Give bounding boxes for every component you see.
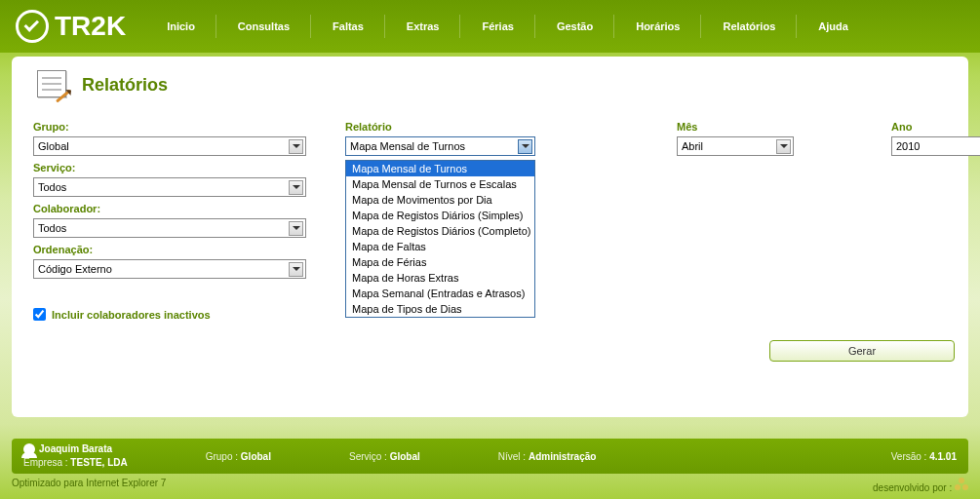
nav-faltas[interactable]: Faltas	[311, 0, 385, 53]
ordenacao-select[interactable]: Código Externo	[33, 259, 306, 279]
main-nav: Inicio Consultas Faltas Extras Férias Ge…	[145, 0, 980, 53]
grupo-label: Grupo:	[33, 121, 306, 133]
relatorio-option[interactable]: Mapa Mensal de Turnos e Escalas	[346, 176, 534, 192]
inactivos-checkbox[interactable]: Incluir colaboradores inactivos	[33, 308, 306, 321]
nav-ferias[interactable]: Férias	[460, 0, 534, 53]
grupo-select[interactable]: Global	[33, 136, 306, 156]
relatorio-select[interactable]: Mapa Mensal de Turnos	[345, 136, 535, 156]
ano-label: Ano	[891, 121, 980, 133]
report-icon	[33, 68, 72, 101]
mes-label: Mês	[677, 121, 852, 133]
user-icon	[23, 443, 35, 455]
chevron-down-icon	[289, 262, 303, 277]
footer: Optimizado para Internet Explorer 7 dese…	[12, 478, 968, 493]
nav-inicio[interactable]: Inicio	[145, 0, 216, 53]
status-user: Joaquim Barata	[39, 443, 112, 454]
relatorio-option[interactable]: Mapa de Faltas	[346, 239, 534, 254]
relatorio-option[interactable]: Mapa Mensal de Turnos	[346, 161, 534, 176]
gerar-button[interactable]: Gerar	[769, 340, 955, 362]
chevron-down-icon	[289, 180, 303, 195]
page-title: Relatórios	[33, 68, 947, 101]
nav-ajuda[interactable]: Ajuda	[797, 0, 870, 53]
relatorio-option[interactable]: Mapa de Tipos de Dias	[346, 301, 534, 317]
brand-logo: TR2K	[0, 10, 145, 43]
chevron-down-icon	[289, 221, 303, 236]
nav-gestao[interactable]: Gestão	[535, 0, 614, 53]
relatorio-option[interactable]: Mapa de Férias	[346, 254, 534, 270]
chevron-down-icon	[289, 139, 303, 154]
relatorio-option[interactable]: Mapa de Horas Extras	[346, 270, 534, 286]
relatorio-option[interactable]: Mapa de Movimentos por Dia	[346, 192, 534, 208]
footer-right: desenvolvido por :	[873, 478, 968, 493]
colaborador-label: Colaborador:	[33, 203, 306, 214]
mes-select[interactable]: Abril	[677, 136, 794, 156]
relatorio-dropdown[interactable]: Mapa Mensal de Turnos Mapa Mensal de Tur…	[345, 160, 535, 318]
ano-select[interactable]: 2010	[891, 136, 980, 156]
main-panel: Relatórios Grupo: Global Serviço: Todos …	[12, 57, 968, 417]
status-bar: Joaquim Barata Empresa : TESTE, LDA Grup…	[12, 439, 968, 474]
colaborador-select[interactable]: Todos	[33, 218, 306, 238]
relatorio-label: Relatório	[345, 121, 638, 133]
nav-horarios[interactable]: Horários	[614, 0, 701, 53]
ordenacao-label: Ordenação:	[33, 244, 306, 255]
servico-select[interactable]: Todos	[33, 177, 306, 197]
chevron-down-icon	[776, 139, 791, 154]
clock-check-icon	[16, 10, 49, 43]
servico-label: Serviço:	[33, 162, 306, 173]
relatorio-option[interactable]: Mapa Semanal (Entradas e Atrasos)	[346, 286, 534, 301]
brand-text: TR2K	[55, 11, 126, 42]
inactivos-input[interactable]	[33, 308, 46, 321]
nav-relatorios[interactable]: Relatórios	[701, 0, 797, 53]
nav-consultas[interactable]: Consultas	[216, 0, 311, 53]
relatorio-option[interactable]: Mapa de Registos Diários (Completo)	[346, 223, 534, 239]
nav-extras[interactable]: Extras	[385, 0, 461, 53]
radiation-icon	[955, 478, 968, 491]
relatorio-option[interactable]: Mapa de Registos Diários (Simples)	[346, 208, 534, 223]
footer-left: Optimizado para Internet Explorer 7	[12, 478, 166, 493]
chevron-down-icon	[518, 139, 532, 154]
